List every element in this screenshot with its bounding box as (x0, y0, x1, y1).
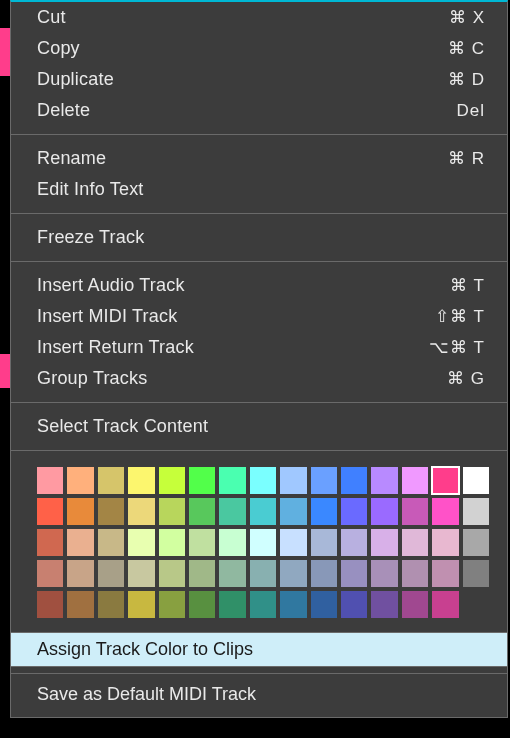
menu-shortcut: Del (456, 101, 485, 121)
color-swatch[interactable] (98, 529, 124, 556)
menu-label: Delete (37, 100, 90, 121)
color-swatch[interactable] (280, 529, 306, 556)
color-swatch[interactable] (402, 529, 428, 556)
color-swatch[interactable] (341, 529, 367, 556)
color-swatch[interactable] (432, 560, 458, 587)
color-swatch[interactable] (463, 529, 489, 556)
color-swatch[interactable] (159, 529, 185, 556)
color-swatch[interactable] (280, 560, 306, 587)
color-swatch[interactable] (402, 591, 428, 618)
color-swatch[interactable] (189, 560, 215, 587)
menu-item-freeze[interactable]: Freeze Track (11, 222, 507, 253)
color-swatch[interactable] (219, 498, 245, 525)
color-swatch[interactable] (402, 467, 428, 494)
color-swatch[interactable] (37, 560, 63, 587)
menu-item-duplicate[interactable]: Duplicate ⌘ D (11, 64, 507, 95)
color-swatch[interactable] (250, 591, 276, 618)
color-swatch[interactable] (98, 467, 124, 494)
color-swatch[interactable] (219, 467, 245, 494)
color-swatch[interactable] (463, 498, 489, 525)
color-swatch[interactable] (189, 498, 215, 525)
color-swatch[interactable] (250, 529, 276, 556)
color-swatch[interactable] (128, 467, 154, 494)
color-swatch[interactable] (159, 591, 185, 618)
color-swatch[interactable] (98, 560, 124, 587)
color-swatch[interactable] (341, 498, 367, 525)
color-swatch[interactable] (128, 591, 154, 618)
color-swatch[interactable] (37, 498, 63, 525)
color-swatch[interactable] (371, 467, 397, 494)
color-swatch[interactable] (432, 467, 458, 494)
color-swatch[interactable] (311, 591, 337, 618)
color-swatch[interactable] (189, 467, 215, 494)
menu-item-select-content[interactable]: Select Track Content (11, 411, 507, 442)
menu-label: Assign Track Color to Clips (37, 639, 253, 659)
menu-shortcut: ⌘ R (448, 148, 485, 169)
color-swatch[interactable] (128, 498, 154, 525)
menu-label: Group Tracks (37, 368, 147, 389)
color-swatch[interactable] (250, 498, 276, 525)
color-swatch[interactable] (432, 498, 458, 525)
color-swatch[interactable] (311, 529, 337, 556)
color-swatch[interactable] (371, 498, 397, 525)
color-swatch[interactable] (159, 467, 185, 494)
color-swatch[interactable] (219, 591, 245, 618)
color-swatch[interactable] (250, 560, 276, 587)
color-swatch[interactable] (311, 467, 337, 494)
menu-item-cut[interactable]: Cut ⌘ X (11, 2, 507, 33)
menu-item-group[interactable]: Group Tracks ⌘ G (11, 363, 507, 394)
color-swatch[interactable] (189, 529, 215, 556)
color-swatch[interactable] (159, 498, 185, 525)
menu-item-edit-info[interactable]: Edit Info Text (11, 174, 507, 205)
color-swatch[interactable] (37, 529, 63, 556)
color-swatch[interactable] (463, 467, 489, 494)
menu-separator (11, 134, 507, 135)
color-swatch[interactable] (98, 591, 124, 618)
color-swatch[interactable] (37, 467, 63, 494)
color-row (37, 498, 489, 525)
color-swatch[interactable] (250, 467, 276, 494)
color-swatch[interactable] (128, 560, 154, 587)
menu-item-copy[interactable]: Copy ⌘ C (11, 33, 507, 64)
color-swatch[interactable] (128, 529, 154, 556)
color-swatch[interactable] (67, 467, 93, 494)
color-swatch[interactable] (67, 591, 93, 618)
color-swatch[interactable] (371, 560, 397, 587)
color-swatch[interactable] (67, 560, 93, 587)
color-swatch[interactable] (280, 591, 306, 618)
menu-item-assign-color[interactable]: Assign Track Color to Clips (11, 632, 507, 667)
color-swatch[interactable] (341, 467, 367, 494)
menu-item-delete[interactable]: Delete Del (11, 95, 507, 126)
color-swatch[interactable] (189, 591, 215, 618)
color-swatch[interactable] (219, 560, 245, 587)
color-swatch[interactable] (219, 529, 245, 556)
color-swatch[interactable] (67, 498, 93, 525)
color-swatch[interactable] (402, 498, 428, 525)
color-swatch[interactable] (371, 529, 397, 556)
menu-item-rename[interactable]: Rename ⌘ R (11, 143, 507, 174)
color-swatch[interactable] (432, 529, 458, 556)
color-swatch[interactable] (280, 467, 306, 494)
color-swatch[interactable] (37, 591, 63, 618)
color-swatch[interactable] (67, 529, 93, 556)
color-swatch[interactable] (371, 591, 397, 618)
track-context-menu: Cut ⌘ X Copy ⌘ C Duplicate ⌘ D Delete De… (10, 0, 508, 718)
color-swatch[interactable] (341, 560, 367, 587)
menu-item-insert-audio[interactable]: Insert Audio Track ⌘ T (11, 270, 507, 301)
menu-item-save-default[interactable]: Save as Default MIDI Track (11, 673, 507, 717)
color-swatch[interactable] (311, 498, 337, 525)
color-row (37, 560, 489, 587)
color-swatch[interactable] (463, 560, 489, 587)
color-swatch[interactable] (159, 560, 185, 587)
color-swatch[interactable] (463, 591, 489, 618)
menu-item-insert-return[interactable]: Insert Return Track ⌥⌘ T (11, 332, 507, 363)
menu-separator (11, 213, 507, 214)
menu-item-insert-midi[interactable]: Insert MIDI Track ⇧⌘ T (11, 301, 507, 332)
color-swatch[interactable] (311, 560, 337, 587)
menu-separator (11, 402, 507, 403)
color-swatch[interactable] (402, 560, 428, 587)
color-swatch[interactable] (280, 498, 306, 525)
color-swatch[interactable] (341, 591, 367, 618)
color-swatch[interactable] (432, 591, 458, 618)
color-swatch[interactable] (98, 498, 124, 525)
